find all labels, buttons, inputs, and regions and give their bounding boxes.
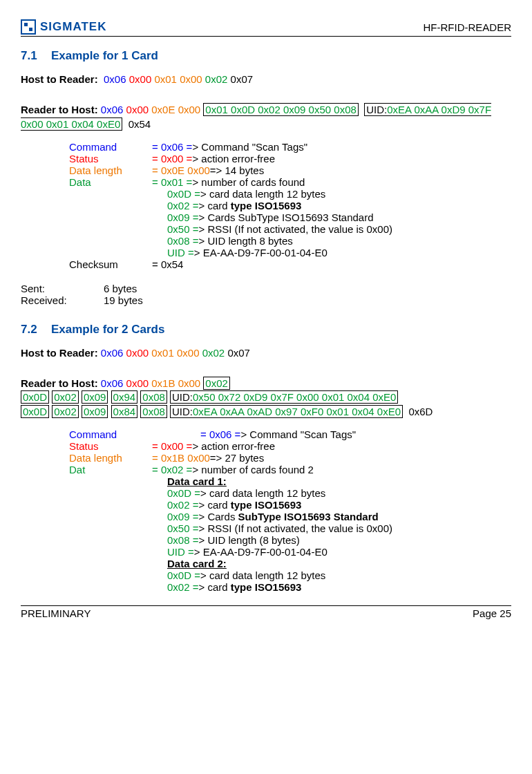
footer-right: Page 25: [473, 607, 511, 619]
logo: SIGMATEK: [21, 19, 106, 35]
section-7-1-title: 7.1Example for 1 Card: [21, 49, 511, 63]
page-footer: PRELIMINARY Page 25: [21, 605, 511, 619]
logo-icon: [21, 19, 36, 35]
sent-received-1: Sent:6 bytes Received:19 bytes: [21, 283, 511, 306]
host-to-reader-1: Host to Reader: 0x06 0x00 0x01 0x00 0x02…: [21, 73, 511, 86]
footer-left: PRELIMINARY: [21, 607, 91, 619]
logo-text: SIGMATEK: [40, 20, 106, 34]
page-header: SIGMATEK HF-RFID-READER: [21, 19, 511, 37]
decode-table-2: Command= 0x06 => Command "Scan Tags" Sta…: [69, 428, 511, 593]
section-7-2-title: 7.2Example for 2 Cards: [21, 323, 511, 337]
reader-to-host-1: Reader to Host: 0x06 0x00 0x0E 0x00 0x01…: [21, 103, 511, 131]
decode-table-1: Command= 0x06 => Command "Scan Tags" Sta…: [69, 141, 511, 270]
reader-to-host-2: Reader to Host: 0x06 0x00 0x1B 0x00 0x02…: [21, 377, 511, 419]
doc-id: HF-RFID-READER: [424, 21, 512, 33]
host-to-reader-2: Host to Reader: 0x06 0x00 0x01 0x00 0x02…: [21, 346, 511, 360]
